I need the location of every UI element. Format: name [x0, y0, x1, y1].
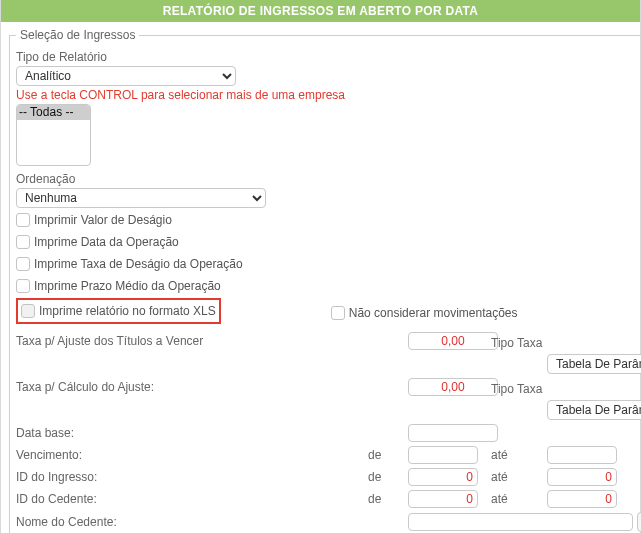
- data-base-input[interactable]: [408, 424, 498, 442]
- id-ingresso-de-input[interactable]: [408, 468, 478, 486]
- taxa-ajuste-titulos-label: Taxa p/ Ajuste dos Títulos a Vencer: [16, 334, 362, 348]
- id-cedente-ate-input[interactable]: [547, 490, 617, 508]
- de-label: de: [368, 470, 402, 484]
- highlight-rel-xls: Imprime relatório no formato XLS: [16, 298, 221, 324]
- chk-label: Não considerar movimentações: [349, 306, 518, 320]
- taxa-calculo-ajuste-input[interactable]: [408, 378, 498, 396]
- chk-valor-desagio[interactable]: Imprimir Valor de Deságio: [16, 213, 172, 227]
- fields-grid: Taxa p/ Ajuste dos Títulos a Vencer Tipo…: [16, 332, 641, 533]
- ordenacao-label: Ordenação: [16, 172, 641, 186]
- form-panel: Seleção de Ingressos Tipo de Relatório A…: [0, 22, 641, 533]
- ordenacao-select[interactable]: Nenhuma: [16, 188, 266, 208]
- tipo-taxa-label-1: Tipo Taxa: [491, 336, 641, 350]
- de-label: de: [368, 492, 402, 506]
- empresa-hint: Use a tecla CONTROL para selecionar mais…: [16, 88, 641, 102]
- id-cedente-label: ID do Cedente:: [16, 492, 156, 506]
- checkbox-icon: [16, 235, 30, 249]
- chk-label: Imprime Taxa de Deságio da Operação: [34, 257, 243, 271]
- vencimento-ate-input[interactable]: [547, 446, 617, 464]
- tipo-relatorio-select[interactable]: Analítico: [16, 66, 236, 86]
- selecao-ingressos-group: Seleção de Ingressos Tipo de Relatório A…: [9, 28, 641, 533]
- vencimento-de-input[interactable]: [408, 446, 478, 464]
- taxa-calculo-ajuste-label: Taxa p/ Cálculo do Ajuste:: [16, 380, 156, 394]
- empresa-multiselect[interactable]: -- Todas --: [16, 104, 91, 166]
- chk-nao-considerar[interactable]: Não considerar movimentações: [331, 306, 518, 320]
- chk-data-operacao[interactable]: Imprime Data da Operação: [16, 235, 179, 249]
- ate-label: até: [491, 470, 541, 484]
- chk-rel-xls[interactable]: Imprime relatório no formato XLS: [21, 304, 216, 318]
- ate-label: até: [491, 492, 541, 506]
- taxa-ajuste-titulos-input[interactable]: [408, 332, 498, 350]
- checkbox-icon: [16, 279, 30, 293]
- checkbox-icon: [21, 304, 35, 318]
- chk-prazo-medio[interactable]: Imprime Prazo Médio da Operação: [16, 279, 221, 293]
- tipo-relatorio-label: Tipo de Relatório: [16, 50, 641, 64]
- chk-label: Imprime relatório no formato XLS: [39, 304, 216, 318]
- tipo-taxa-select-2[interactable]: Tabela De Parâmetros: [547, 400, 641, 420]
- chk-label: Imprimir Valor de Deságio: [34, 213, 172, 227]
- id-ingresso-ate-input[interactable]: [547, 468, 617, 486]
- data-base-label: Data base:: [16, 426, 156, 440]
- nome-cedente-input[interactable]: [408, 513, 633, 531]
- chk-label: Imprime Prazo Médio da Operação: [34, 279, 221, 293]
- group-legend: Seleção de Ingressos: [16, 28, 139, 42]
- chk-label: Imprime Data da Operação: [34, 235, 179, 249]
- chk-taxa-desagio[interactable]: Imprime Taxa de Deságio da Operação: [16, 257, 243, 271]
- ate-label: até: [491, 448, 541, 462]
- tipo-taxa-select-1[interactable]: Tabela De Parâmetros: [547, 354, 641, 374]
- id-cedente-de-input[interactable]: [408, 490, 478, 508]
- checkbox-icon: [16, 213, 30, 227]
- de-label: de: [368, 448, 402, 462]
- checkbox-icon: [331, 306, 345, 320]
- nome-cedente-label: Nome do Cedente:: [16, 515, 156, 529]
- vencimento-label: Vencimento:: [16, 448, 156, 462]
- tipo-taxa-label-2: Tipo Taxa: [491, 382, 641, 396]
- id-ingresso-label: ID do Ingresso:: [16, 470, 156, 484]
- nome-cedente-lookup-button[interactable]: ...: [637, 512, 641, 532]
- page-title: RELATÓRIO DE INGRESSOS EM ABERTO POR DAT…: [0, 0, 641, 22]
- checkbox-icon: [16, 257, 30, 271]
